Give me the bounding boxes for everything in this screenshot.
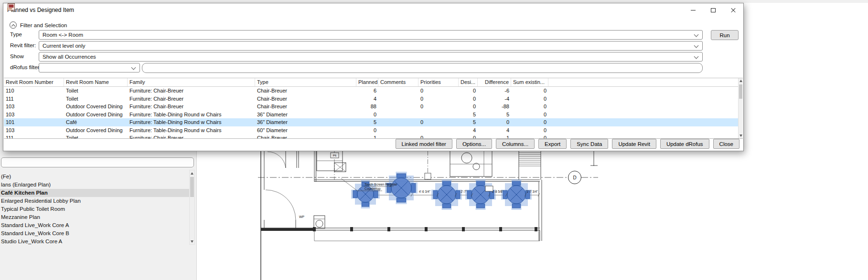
footer-button-export[interactable]: Export [538,139,567,149]
scrollbar-thumb[interactable] [190,177,194,197]
column-header[interactable]: Comments [378,78,418,86]
filter-section-toggle[interactable]: Filter and Selection [10,21,67,29]
table-cell: 103 [4,112,64,117]
table-cell: 0 [459,135,478,139]
footer-button-linked-model-filter[interactable]: Linked model filter [396,139,452,149]
view-list-item[interactable]: Standard Live_Work Core A [0,221,189,229]
column-header[interactable]: Family [128,78,255,86]
view-list-item[interactable]: (Fe) [0,173,189,181]
table-cell: 60" Diameter [255,127,356,133]
show-value: Show all Occurrences [43,54,96,60]
table-cell: 101 [4,119,64,125]
table-cell: 0 [356,127,378,133]
view-list-item[interactable]: Enlarged Residential Lobby Plan [0,197,189,205]
table-cell: 0 [511,135,548,139]
column-header[interactable]: Type [255,78,356,86]
table-row[interactable]: 101CaféFurniture: Table-Dining Round w C… [4,118,743,126]
footer-button-update-drofus[interactable]: Update dRofus [660,139,709,149]
footer-buttons: Linked model filterOptions...Columns...E… [396,139,739,149]
table-cell: 5 [356,119,378,125]
minimize-button[interactable] [683,3,703,17]
view-list-item[interactable]: Standard Live_Work Core B [0,229,189,238]
table-cell: Chair-Breuer [255,135,356,139]
table-cell: 0 [459,104,478,109]
drofus-filter-combobox[interactable] [39,63,140,73]
run-button[interactable]: Run [711,30,739,40]
table-cell: 0 [418,88,459,93]
table-cell: 0 [418,104,459,109]
table-furniture[interactable] [501,179,532,210]
footer-button-options[interactable]: Options... [456,139,492,149]
minimize-icon [691,10,696,10]
view-list: (Fe)lans (Enlarged Plan)Café Kitchen Pla… [0,170,189,245]
view-list-item[interactable]: Café Kitchen Plan [0,189,189,197]
revit-filter-label: Revit filter: [10,42,36,48]
revit-filter-value: Current level only [43,43,85,49]
table-furniture[interactable] [465,179,496,210]
table-cell: 103 [4,104,64,109]
footer-button-close[interactable]: Close [713,139,739,149]
footer-button-sync-data[interactable]: Sync Data [570,139,608,149]
table-cell: 0 [511,112,548,117]
scroll-down-icon[interactable] [190,239,194,244]
table-cell: Chair-Breuer [255,96,356,102]
sidebar-scrollbar[interactable] [189,170,195,245]
chevron-down-icon [694,32,699,37]
scroll-up-icon[interactable] [739,78,743,83]
column-header[interactable]: Difference [478,78,511,86]
drofus-filter-input[interactable] [142,63,703,73]
view-list-item[interactable]: Mezzanine Plan [0,213,189,221]
chevron-down-icon [131,65,136,70]
show-combobox[interactable]: Show all Occurrences [39,52,703,62]
table-furniture[interactable] [431,179,462,210]
table-row[interactable]: 111ToiletFurniture: Chair-BreuerChair-Br… [4,134,743,139]
dialog-titlebar[interactable]: Planned vs Designed Item [3,3,743,17]
sidebar-filter-box[interactable] [1,157,194,167]
table-cell: 5 [459,112,478,117]
table-cell: -4 [478,96,511,102]
table-cell: Outdoor Covered Dining [64,112,128,117]
column-header[interactable]: Planned [356,78,378,86]
table-cell: 1 [356,135,378,139]
table-furniture[interactable] [385,172,418,204]
dim-label: 1'-8 5/8" [492,190,504,193]
table-row[interactable]: 110ToiletFurniture: Chair-BreuerChair-Br… [4,87,743,95]
type-combobox[interactable]: Room <-> Room [39,30,703,40]
view-list-item[interactable]: Studio Live_Work Core A [0,238,189,245]
maximize-icon [711,8,716,12]
maximize-button[interactable] [703,3,723,17]
column-header[interactable]: Sum existin... [511,78,548,86]
show-label: Show [10,53,24,59]
dim-label: 1'-7 3/4" [526,190,538,193]
table-row[interactable]: 103Outdoor Covered DiningFurniture: Tabl… [4,111,743,119]
grid-scrollbar[interactable] [738,78,743,138]
scroll-up-icon[interactable] [190,170,194,176]
table-cell: 4 [356,96,378,102]
column-header[interactable]: Priorities [418,78,459,86]
column-header[interactable]: Revit Room Number [4,78,64,86]
table-cell: 5 [478,112,511,117]
table-cell: 0 [511,96,548,102]
view-list-item[interactable]: lans (Enlarged Plan) [0,181,189,189]
table-cell: Chair-Breuer [255,88,356,93]
table-row[interactable]: 103Outdoor Covered DiningFurniture: Chai… [4,103,743,111]
footer-button-columns[interactable]: Columns... [496,139,535,149]
table-row[interactable]: 111ToiletFurniture: Chair-BreuerChair-Br… [4,95,743,103]
close-icon [730,7,736,13]
table-row[interactable]: 103Outdoor Covered DiningFurniture: Tabl… [4,126,743,135]
keynote-tag [485,186,493,191]
close-button[interactable] [723,3,743,17]
scroll-down-icon[interactable] [739,133,743,138]
revit-filter-combobox[interactable]: Current level only [39,41,703,51]
table-cell: 4 [459,127,478,133]
type-value: Room <-> Room [43,32,83,38]
view-list-item[interactable]: Typical Public Toilet Room [0,205,189,213]
drofus-filter-label: dRofus filter: [10,64,41,70]
table-cell: Toilet [64,88,128,93]
keynote-tag [425,173,431,179]
table-cell: Toilet [64,96,128,102]
column-header[interactable]: Revit Room Name [64,78,128,86]
scrollbar-thumb[interactable] [739,84,742,99]
column-header[interactable]: Desi... [459,78,478,86]
footer-button-update-revit[interactable]: Update Revit [612,139,656,149]
